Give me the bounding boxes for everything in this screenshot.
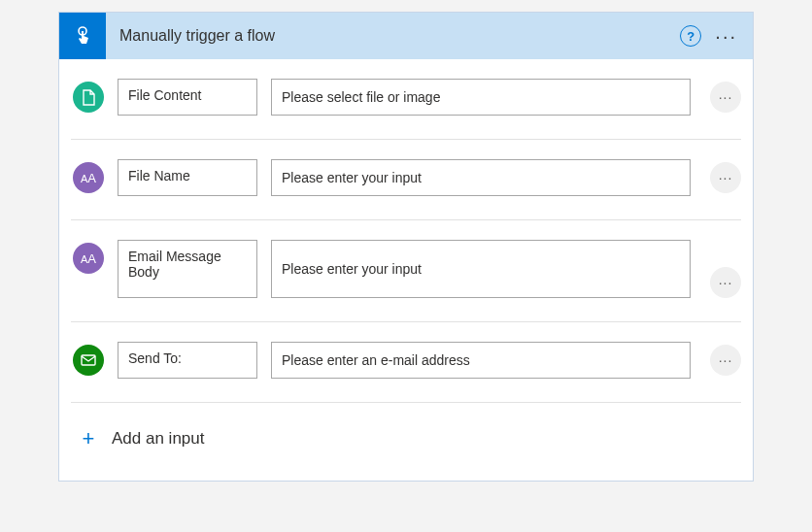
input-label[interactable]: File Content	[118, 79, 257, 116]
add-input-label: Add an input	[112, 429, 204, 449]
add-input-button[interactable]: + Add an input	[71, 403, 741, 481]
row-menu-button[interactable]: ···	[710, 267, 741, 298]
touch-icon	[71, 24, 94, 48]
input-field-email-body[interactable]	[271, 240, 691, 298]
input-row-file-content: File Content ···	[71, 59, 741, 140]
input-row-email-body: AA Email Message Body ···	[71, 220, 741, 322]
plus-icon: +	[73, 426, 104, 451]
trigger-icon	[59, 13, 106, 59]
card-header: Manually trigger a flow ? ···	[59, 13, 753, 59]
input-row-file-name: AA File Name ···	[71, 140, 741, 220]
text-type-icon: AA	[73, 162, 104, 193]
help-icon[interactable]: ?	[680, 25, 701, 47]
trigger-card: Manually trigger a flow ? ··· File Conte…	[58, 12, 754, 482]
text-type-icon: AA	[73, 243, 104, 274]
email-type-icon	[73, 345, 104, 376]
input-label[interactable]: Email Message Body	[118, 240, 257, 298]
row-menu-button[interactable]: ···	[710, 82, 741, 113]
text-icon: AA	[81, 171, 96, 185]
input-field-send-to[interactable]	[271, 342, 691, 379]
input-row-send-to: Send To: ···	[71, 322, 741, 403]
input-label[interactable]: File Name	[118, 159, 257, 196]
card-title: Manually trigger a flow	[106, 27, 680, 45]
input-label[interactable]: Send To:	[118, 342, 257, 379]
row-menu-button[interactable]: ···	[710, 162, 741, 193]
text-icon: AA	[81, 251, 96, 266]
row-menu-button[interactable]: ···	[710, 345, 741, 376]
input-field-file-name[interactable]	[271, 159, 691, 196]
file-icon	[82, 89, 96, 106]
inputs-container: File Content ··· AA File Name ··· AA Ema…	[59, 59, 753, 481]
file-type-icon	[73, 82, 104, 113]
input-field-file-content[interactable]	[271, 79, 691, 116]
card-menu-button[interactable]: ···	[715, 26, 737, 46]
svg-rect-1	[82, 355, 95, 365]
envelope-icon	[81, 354, 96, 366]
